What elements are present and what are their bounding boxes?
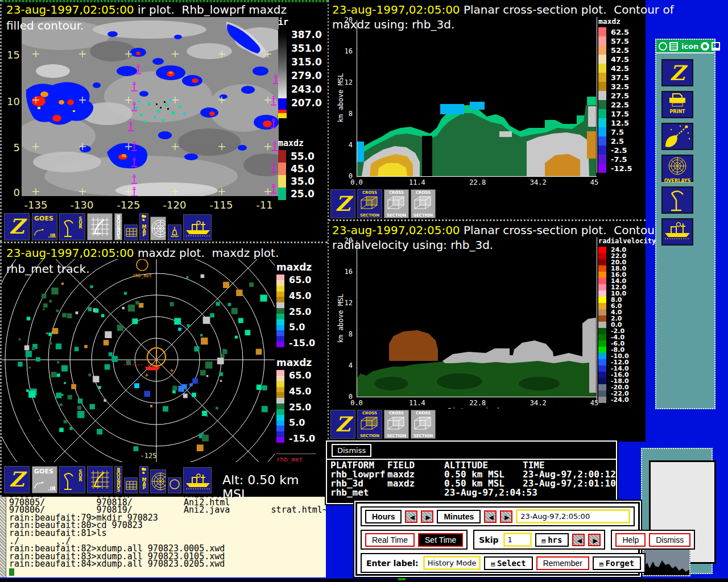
overlays-polar-button[interactable] — [150, 217, 166, 240]
select-menu[interactable]: ▤Select — [484, 556, 532, 570]
ppi-display[interactable]: rhb_met -125 — [2, 259, 275, 462]
hours-back-button[interactable]: ◀ — [405, 510, 417, 523]
xsec-maxdz-title: 23-aug-1997,02:05:00 Planar cross-sectio… — [332, 3, 674, 16]
bounds-button[interactable]: BOUNDS — [114, 466, 122, 493]
goes-ir-button[interactable]: GOES.IR — [32, 213, 57, 240]
section-label: SECTION — [358, 434, 382, 438]
ship-button[interactable] — [183, 214, 212, 240]
zebra-logo-button[interactable]: Z — [330, 189, 355, 218]
bounds-label: BOUNDS — [116, 215, 121, 239]
colorbar-value: 42.5 — [611, 64, 629, 73]
xsec-radial-title-line2: radialvelocity using: rhb_3d. — [332, 238, 493, 252]
colorbar-xsec-radial: radialvelocity 24.022.020.018.016.014.01… — [597, 237, 647, 403]
window-iconify-button[interactable] — [712, 42, 720, 51]
skip-back-button[interactable]: ◀ — [572, 534, 585, 546]
lon-tick: -120 — [163, 199, 187, 211]
skip-field[interactable]: 1 — [503, 533, 532, 547]
ship-icon — [663, 219, 692, 240]
overlays-button[interactable]: OVERLAYS — [661, 155, 693, 182]
radar-grid-button[interactable] — [87, 466, 113, 493]
window-list-button[interactable] — [669, 42, 678, 51]
sur-radar-button[interactable]: SUR — [59, 213, 85, 240]
colorbar-swatch — [598, 365, 606, 372]
table-dismiss-button[interactable]: Dismiss — [332, 444, 371, 457]
minutes-back-button[interactable]: ◀ — [484, 510, 497, 523]
ppi-lon-label: -125 — [140, 452, 157, 460]
overlays-polar-button[interactable] — [150, 469, 166, 493]
buoy-icon — [168, 225, 181, 240]
continents-icon — [140, 214, 148, 225]
cross-section-button[interactable]: CROSSSECTION — [411, 189, 436, 218]
terminal-window[interactable]: 970804/ 970817/ Ani2.class970805/ 970818… — [0, 490, 326, 577]
lon-tick: -115 — [210, 199, 233, 211]
remember-button[interactable]: Remember — [536, 556, 589, 570]
map-button[interactable]: MAP — [139, 466, 148, 493]
terminal-scrollbar[interactable] — [0, 490, 6, 577]
satellite-button[interactable] — [661, 123, 693, 150]
hours-forward-button[interactable]: ▶ — [421, 510, 433, 523]
zebra-logo-button[interactable]: Z — [4, 466, 30, 493]
print-button[interactable]: PRINT — [661, 91, 693, 118]
help-button[interactable]: Help — [615, 533, 646, 547]
ship-button[interactable] — [661, 218, 693, 246]
colorbar-maxdz-ppi-2: maxdz 65.045.025.05.0-15.0 — [276, 357, 326, 443]
colorbar-entry: 55.0 — [278, 150, 327, 163]
cross-section-button[interactable]: CROSSSECTION — [357, 189, 382, 218]
lon-tick: -130 — [71, 199, 94, 211]
icon-palette-titlebar[interactable]: icon — [656, 40, 714, 53]
map-button[interactable]: MAP — [139, 213, 148, 240]
real-time-button[interactable]: Real Time — [365, 533, 415, 547]
label-field[interactable]: History Mode — [423, 556, 481, 570]
time-field[interactable]: 23-Aug-97,2:05:00 — [516, 509, 630, 523]
radar-grid-icon — [88, 467, 112, 493]
minutes-button[interactable]: Minutes — [437, 510, 481, 523]
colorbar-swatch — [276, 415, 284, 421]
skip-units-menu[interactable]: ▤hrs — [535, 533, 569, 547]
zebra-logo-button[interactable]: Z — [4, 213, 30, 240]
skip-forward-button[interactable]: ▶ — [588, 534, 601, 546]
cross-section-button[interactable]: CROSSSECTION — [384, 410, 409, 439]
hours-button[interactable]: Hours — [365, 510, 402, 523]
bottom-edge — [0, 579, 728, 582]
colorbar-swatch — [598, 55, 606, 64]
goes-ir-button[interactable]: GOES.IR — [32, 466, 57, 493]
colorbar-value: 65.0 — [289, 370, 311, 381]
cross-section-button[interactable]: CROSSSECTION — [357, 410, 382, 439]
cross-section-button[interactable]: CROSSSECTION — [384, 189, 409, 218]
radar-grid-button[interactable] — [87, 213, 113, 240]
goes-label: GOES — [32, 467, 57, 475]
cross-label: CROSS — [384, 190, 408, 195]
cross-section-cube-icon — [358, 415, 382, 434]
window-shade-button[interactable] — [701, 42, 709, 51]
buoy-button[interactable] — [168, 225, 181, 240]
xsec-radial-plot[interactable] — [357, 240, 597, 397]
zebra-logo-button[interactable]: Z — [661, 59, 693, 86]
satellite-map[interactable] — [22, 17, 279, 196]
bounds-button[interactable]: BOUNDS — [114, 213, 122, 240]
forget-menu[interactable]: ▤Forget — [593, 556, 641, 570]
terminal-cursor[interactable] — [9, 568, 14, 576]
colorbar-entry: 17.5 — [598, 109, 647, 118]
xsec-maxdz-plot[interactable] — [357, 20, 597, 177]
y-tick: 8 — [349, 110, 353, 118]
set-time-button[interactable]: Set Time — [418, 533, 463, 547]
minutes-forward-button[interactable]: ▶ — [500, 510, 512, 523]
window-cross-sections: 23-aug-1997,02:05:00 Planar cross-sectio… — [327, 0, 646, 440]
window-menu-button[interactable] — [659, 42, 667, 51]
colorbar-entry: 37.5 — [598, 73, 647, 82]
buoy-button[interactable] — [168, 477, 181, 493]
ship-button[interactable] — [183, 467, 212, 493]
colorbar-value: 52.5 — [611, 46, 629, 55]
grid-small-button[interactable] — [124, 225, 138, 240]
sur-radar-button[interactable]: SUR — [59, 466, 85, 493]
radar-antenna-button[interactable] — [661, 186, 693, 214]
dismiss-button[interactable]: Dismiss — [649, 533, 690, 547]
cross-section-button[interactable]: CROSSSECTION — [411, 410, 436, 439]
colorbar-value: 57.5 — [611, 37, 629, 45]
zebra-logo-button[interactable]: Z — [330, 410, 355, 439]
grid-small-button[interactable] — [124, 477, 138, 493]
window-border-top[interactable] — [2, 0, 328, 2]
colorbar-entry: 25.0 — [278, 188, 327, 200]
satellite-map-image — [22, 17, 279, 196]
colorbar-value: 55.0 — [291, 151, 315, 162]
